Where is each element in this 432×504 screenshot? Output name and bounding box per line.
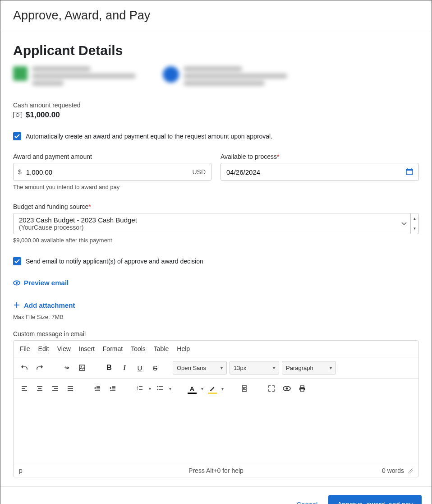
award-amount-input-wrap: $ USD	[13, 163, 211, 181]
available-date-input[interactable]	[221, 163, 400, 180]
svg-rect-45	[300, 389, 304, 391]
align-left-icon[interactable]	[18, 382, 31, 395]
spinner-up[interactable]: ▲	[411, 213, 418, 224]
person-name-redacted	[184, 66, 242, 71]
auto-create-label: Automatically create an award and paymen…	[26, 133, 272, 140]
cash-requested-value: $1,000.00	[13, 111, 419, 120]
org-address-redacted	[32, 74, 136, 79]
svg-rect-1	[406, 169, 413, 171]
budget-label-text: Budget and funding source	[13, 203, 88, 210]
org-id-redacted	[32, 81, 64, 86]
person-address-redacted	[184, 74, 287, 79]
strikethrough-icon[interactable]: S	[149, 361, 161, 374]
auto-create-row: Automatically create an award and paymen…	[13, 132, 419, 140]
align-right-icon[interactable]	[49, 382, 61, 395]
font-family-select[interactable]: Open Sans▾	[173, 361, 227, 375]
resize-handle-icon[interactable]	[408, 468, 413, 473]
max-file-size: Max File Size: 7MB	[13, 314, 419, 320]
bold-icon[interactable]: B	[103, 361, 115, 374]
notify-label: Send email to notify applicant(s) of app…	[26, 258, 203, 265]
bullet-list-dropdown[interactable]: ▾	[169, 386, 171, 391]
preview-email-label: Preview email	[24, 279, 69, 287]
redo-icon[interactable]	[33, 361, 46, 374]
bullet-list-icon[interactable]	[154, 382, 166, 395]
auto-create-checkbox[interactable]	[13, 132, 21, 140]
editor-toolbar-2: 12 ▾ ▾ A ▾ ▾	[14, 378, 418, 398]
menu-tools[interactable]: Tools	[131, 345, 146, 352]
text-color-dropdown[interactable]: ▾	[201, 386, 203, 391]
modal-footer: Cancel Approve, award, and pay	[0, 486, 432, 504]
menu-view[interactable]: View	[57, 345, 71, 352]
eye-icon	[13, 279, 20, 287]
award-amount-input[interactable]	[26, 163, 187, 180]
available-date-label-text: Available to process	[221, 153, 277, 160]
align-justify-icon[interactable]	[64, 382, 77, 395]
highlight-color-icon[interactable]	[206, 382, 219, 395]
org-name-redacted	[32, 66, 91, 71]
highlight-color-dropdown[interactable]: ▾	[221, 386, 224, 391]
approve-award-pay-button[interactable]: Approve, award, and pay	[328, 495, 422, 504]
org-avatar	[13, 66, 28, 81]
add-attachment-button[interactable]: Add attachment	[13, 301, 75, 309]
preview-email-button[interactable]: Preview email	[13, 279, 69, 287]
budget-select[interactable]: 2023 Cash Budget - 2023 Cash Budget (You…	[13, 213, 419, 234]
editor-content-area[interactable]	[14, 398, 418, 464]
plus-icon	[13, 301, 20, 309]
person-card	[163, 66, 287, 88]
link-icon[interactable]	[60, 361, 73, 374]
menu-format[interactable]: Format	[103, 345, 123, 352]
currency-prefix: $	[14, 168, 26, 176]
check-icon	[14, 259, 20, 264]
cash-requested-label: Cash amount requested	[13, 102, 419, 109]
image-icon[interactable]	[76, 361, 88, 374]
pagebreak-icon[interactable]	[238, 382, 251, 395]
add-attachment-label: Add attachment	[24, 301, 75, 309]
menu-table[interactable]: Table	[154, 345, 169, 352]
notify-section: Send email to notify applicant(s) of app…	[13, 257, 419, 265]
menu-insert[interactable]: Insert	[79, 345, 95, 352]
svg-rect-43	[300, 386, 304, 388]
numbered-list-dropdown[interactable]: ▾	[149, 386, 151, 391]
notify-checkbox[interactable]	[13, 257, 21, 265]
editor-word-count: 0 words	[382, 467, 404, 474]
italic-icon[interactable]: I	[118, 361, 131, 374]
font-size-value: 13px	[234, 365, 246, 371]
editor-menubar: File Edit View Insert Format Tools Table…	[14, 341, 418, 357]
page-heading: Applicant Details	[13, 43, 419, 58]
outdent-icon[interactable]	[91, 382, 104, 395]
applicant-summary-row	[13, 66, 419, 88]
svg-point-35	[157, 389, 159, 390]
check-icon	[14, 134, 20, 139]
svg-point-34	[157, 386, 159, 388]
menu-edit[interactable]: Edit	[38, 345, 49, 352]
editor-path[interactable]: p	[19, 467, 23, 474]
spinner-down[interactable]: ▼	[411, 224, 418, 234]
calendar-icon[interactable]	[400, 168, 418, 176]
currency-suffix: USD	[187, 168, 211, 176]
available-date-label: Available to process*	[221, 153, 419, 160]
block-format-value: Paragraph	[286, 365, 313, 371]
award-amount-hint: The amount you intend to award and pay	[13, 184, 211, 190]
award-amount-field: Award and payment amount $ USD The amoun…	[13, 153, 211, 190]
underline-icon[interactable]: U	[133, 361, 146, 374]
align-center-icon[interactable]	[33, 382, 46, 395]
text-color-icon[interactable]: A	[186, 382, 198, 395]
menu-help[interactable]: Help	[177, 345, 190, 352]
preview-icon[interactable]	[280, 382, 293, 395]
menu-file[interactable]: File	[20, 345, 30, 352]
undo-icon[interactable]	[18, 361, 31, 374]
fullscreen-icon[interactable]	[265, 382, 278, 395]
cancel-button[interactable]: Cancel	[295, 497, 320, 504]
indent-icon[interactable]	[106, 382, 119, 395]
budget-spinner: ▲ ▼	[410, 213, 418, 234]
award-amount-label: Award and payment amount	[13, 153, 211, 160]
numbered-list-icon[interactable]: 12	[133, 382, 146, 395]
budget-selected-line1: 2023 Cash Budget - 2023 Cash Budget	[19, 216, 392, 224]
svg-point-42	[286, 388, 288, 390]
svg-rect-38	[243, 385, 246, 388]
svg-point-9	[81, 366, 82, 368]
budget-available-hint: $9,000.00 available after this payment	[13, 237, 419, 244]
block-format-select[interactable]: Paragraph▾	[282, 361, 336, 375]
print-icon[interactable]	[296, 382, 308, 395]
font-size-select[interactable]: 13px▾	[230, 361, 279, 375]
